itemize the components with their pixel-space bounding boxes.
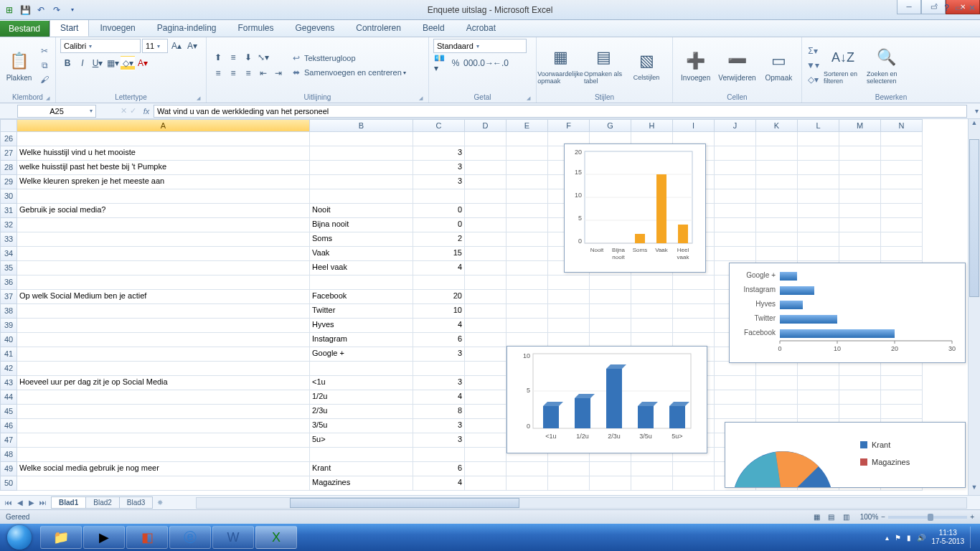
cell-K31[interactable] <box>756 204 798 218</box>
chart-social-platforms[interactable]: Google + Instagram Hyves Twitter Faceboo… <box>729 263 966 363</box>
cell-F38[interactable] <box>548 304 590 319</box>
align-center-icon[interactable]: ≡ <box>226 66 240 80</box>
cell-E29[interactable] <box>507 175 548 189</box>
cell-A36[interactable] <box>17 276 310 290</box>
row-header-32[interactable]: 32 <box>0 218 17 232</box>
currency-icon[interactable]: 💶▾ <box>433 56 448 70</box>
window-restore-icon[interactable]: ▭ <box>955 3 963 13</box>
cell-E50[interactable] <box>507 476 548 491</box>
cell-D31[interactable] <box>465 204 507 218</box>
cell-C47[interactable]: 3 <box>413 433 465 448</box>
cell-J28[interactable] <box>715 161 756 175</box>
cell-N27[interactable] <box>881 146 923 161</box>
name-box[interactable]: A25 <box>17 105 96 118</box>
underline-button[interactable]: U▾ <box>90 56 105 70</box>
cell-A38[interactable] <box>17 304 310 319</box>
cell-L44[interactable] <box>798 390 839 405</box>
cell-K29[interactable] <box>756 175 798 189</box>
clear-icon[interactable]: ◇▾ <box>806 73 819 86</box>
row-header-28[interactable]: 28 <box>0 161 17 175</box>
percent-icon[interactable]: % <box>448 56 463 70</box>
cell-B44[interactable]: 1/2u <box>310 390 413 405</box>
system-clock[interactable]: 11:13 17-5-2013 <box>931 529 964 546</box>
cell-B48[interactable] <box>310 448 413 462</box>
cell-J32[interactable] <box>715 218 756 232</box>
cell-G49[interactable] <box>590 462 631 476</box>
taskbar-powerpoint[interactable]: ◧ <box>126 526 168 549</box>
cell-N33[interactable] <box>881 232 923 247</box>
cell-L45[interactable] <box>798 405 839 419</box>
chart-social-media-usage[interactable]: 0 5 10 15 20 Nooit Bijnanooit <box>564 143 706 273</box>
cell-G37[interactable] <box>590 290 631 304</box>
orientation-icon[interactable]: ⤡▾ <box>256 50 270 65</box>
cell-B31[interactable]: Nooit <box>310 204 413 218</box>
cell-H40[interactable] <box>631 333 673 347</box>
cell-N43[interactable] <box>881 376 923 390</box>
vertical-scrollbar[interactable]: ▲ ▼ <box>968 119 980 495</box>
cell-I38[interactable] <box>673 304 715 319</box>
cell-E33[interactable] <box>507 232 548 247</box>
delete-cells-button[interactable]: ➖Verwijderen <box>718 50 755 82</box>
cell-E31[interactable] <box>507 204 548 218</box>
zoom-in-icon[interactable]: + <box>970 513 974 521</box>
indent-increase-icon[interactable]: ⇥ <box>271 66 286 80</box>
paste-button[interactable]: 📋 Plakken <box>4 50 34 82</box>
cell-A42[interactable] <box>17 362 310 376</box>
cell-D47[interactable] <box>465 433 507 448</box>
format-as-table-button[interactable]: ▤Opmaken als tabel <box>584 46 623 85</box>
row-header-43[interactable]: 43 <box>0 376 17 390</box>
tray-volume-icon[interactable]: 🔊 <box>917 534 925 542</box>
new-sheet-icon[interactable]: ✸ <box>153 497 167 508</box>
cell-A39[interactable] <box>17 319 310 333</box>
font-color-button[interactable]: A▾ <box>136 56 150 70</box>
cell-C33[interactable]: 2 <box>413 232 465 247</box>
tab-acrobat[interactable]: Acrobat <box>456 19 507 37</box>
column-header-F[interactable]: F <box>548 119 590 132</box>
cell-A43[interactable]: Hoeveel uur per dag zit je op Social Med… <box>17 376 310 390</box>
cell-L31[interactable] <box>798 204 839 218</box>
cell-N30[interactable] <box>881 189 923 204</box>
cell-E28[interactable] <box>507 161 548 175</box>
cell-K28[interactable] <box>756 161 798 175</box>
zoom-slider[interactable] <box>888 516 967 519</box>
column-header-A[interactable]: A <box>17 119 310 132</box>
font-name-combo[interactable]: Calibri <box>60 39 141 53</box>
cell-D46[interactable] <box>465 419 507 433</box>
cell-A41[interactable] <box>17 347 310 362</box>
cell-C30[interactable] <box>413 189 465 204</box>
cell-L27[interactable] <box>798 146 839 161</box>
cell-A27[interactable]: Welke huisstijl vind u het mooiste <box>17 146 310 161</box>
column-header-I[interactable]: I <box>673 119 715 132</box>
cell-B47[interactable]: 5u> <box>310 433 413 448</box>
cell-A40[interactable] <box>17 333 310 347</box>
cell-D33[interactable] <box>465 232 507 247</box>
sheet-nav-first-icon[interactable]: ⏮ <box>3 499 14 507</box>
sheet-nav-last-icon[interactable]: ⏭ <box>37 499 49 507</box>
cell-L29[interactable] <box>798 175 839 189</box>
cell-M34[interactable] <box>839 247 881 261</box>
taskbar-excel[interactable]: X <box>255 526 297 549</box>
cell-N31[interactable] <box>881 204 923 218</box>
cell-D27[interactable] <box>465 146 507 161</box>
cell-E38[interactable] <box>507 304 548 319</box>
fx-icon[interactable]: fx <box>139 107 154 116</box>
tray-network-icon[interactable]: ▮ <box>907 534 911 542</box>
cell-N34[interactable] <box>881 247 923 261</box>
cell-J45[interactable] <box>715 405 756 419</box>
cell-D43[interactable] <box>465 376 507 390</box>
tray-flag-icon[interactable]: ⚑ <box>895 534 901 542</box>
cell-E34[interactable] <box>507 247 548 261</box>
cell-C28[interactable]: 3 <box>413 161 465 175</box>
spreadsheet-grid[interactable]: ABCDEFGHIJKLMN 2627282930313233343536373… <box>0 119 980 495</box>
cell-E30[interactable] <box>507 189 548 204</box>
cell-B30[interactable] <box>310 189 413 204</box>
cell-B32[interactable]: Bijna nooit <box>310 218 413 232</box>
cell-H38[interactable] <box>631 304 673 319</box>
cell-J33[interactable] <box>715 232 756 247</box>
tab-start[interactable]: Start <box>50 19 89 37</box>
cell-A48[interactable] <box>17 448 310 462</box>
chart-media-pie[interactable]: Krant Magazines <box>725 422 966 488</box>
tray-show-hidden-icon[interactable]: ▴ <box>885 534 889 542</box>
cell-I40[interactable] <box>673 333 715 347</box>
find-select-button[interactable]: 🔍Zoeken en selecteren <box>867 46 905 85</box>
